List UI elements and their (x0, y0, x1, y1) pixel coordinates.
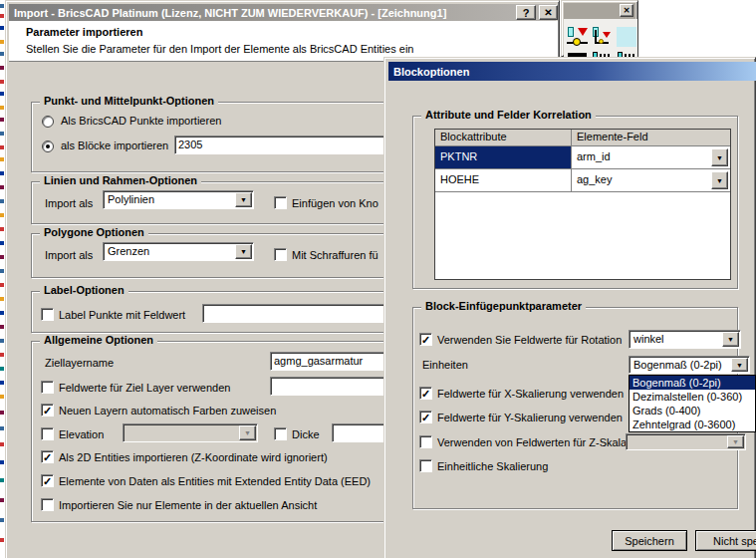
chevron-down-icon[interactable]: ▼ (711, 148, 728, 166)
map-feature-mark (0, 40, 4, 44)
nur-ansicht-checkbox[interactable] (41, 498, 54, 511)
point-block-tool-button[interactable] (567, 26, 590, 49)
rotation-select[interactable]: winkel ▼ (629, 330, 741, 349)
group-linien-title: Linien und Rahmen-Optionen (40, 174, 201, 186)
dropdown-option[interactable]: Grads (0-400) (630, 404, 755, 418)
feldwerte-ziel-checkbox[interactable] (41, 381, 54, 394)
map-feature-mark (0, 185, 4, 189)
close-icon[interactable]: ✕ (620, 4, 633, 17)
red-triangle-icon (578, 28, 588, 36)
linien-einfuegen-label[interactable]: Einfügen von Kno (292, 197, 378, 209)
map-feature-mark (0, 426, 4, 430)
y-skalierung-checkbox[interactable]: ✓ (419, 411, 432, 423)
group-polygone-title: Polygone Optionen (40, 226, 148, 238)
map-feature-mark (0, 52, 4, 56)
map-feature-mark (0, 132, 4, 136)
cyan-swatch[interactable] (617, 27, 636, 47)
nicht-speichern-button[interactable]: Nicht speichern (695, 530, 756, 551)
chevron-down-icon[interactable]: ▼ (711, 171, 728, 189)
map-feature-mark (0, 269, 4, 273)
rotation-value: winkel (633, 333, 664, 345)
z-skala-checkbox[interactable] (419, 435, 432, 448)
elevation-checkbox[interactable] (41, 427, 54, 440)
dropdown-option[interactable]: Dezimalstellen (0-360) (630, 390, 755, 404)
radio-bricscad-punkte[interactable] (42, 116, 54, 128)
linien-combo-value: Polylinien (108, 193, 154, 205)
toolbar-window: ✕ (561, 0, 638, 57)
chevron-down-icon[interactable]: ▼ (731, 358, 748, 372)
dicke-checkbox[interactable] (274, 427, 287, 440)
table-row[interactable]: PKTNR arm_id ▼ (435, 146, 730, 169)
rotation-checkbox[interactable]: ✓ (419, 333, 432, 346)
polygone-schraffuren-label[interactable]: Mit Schraffuren fü (292, 249, 378, 261)
map-feature-mark (0, 106, 4, 110)
radio-als-bloecke-label[interactable]: als Blöcke importieren (61, 140, 168, 151)
table-row[interactable]: HOEHE ag_key ▼ (435, 169, 730, 192)
help-button[interactable]: ? (516, 5, 536, 20)
rotation-label[interactable]: Verwenden Sie Feldwerte für Rotation (437, 334, 622, 346)
einheitliche-skalierung-checkbox[interactable] (419, 459, 432, 472)
als-2d-label[interactable]: Als 2D Entities importieren (Z-Koordinat… (59, 451, 328, 463)
cell-blockattribut[interactable]: HOEHE (435, 169, 572, 191)
eed-label[interactable]: Elemente von Daten als Entities mit Exte… (59, 475, 371, 487)
dropdown-option[interactable]: Zehntelgrad (0-3600) (630, 418, 755, 431)
polygone-combo-value: Grenzen (108, 245, 149, 257)
eed-checkbox[interactable]: ✓ (41, 474, 54, 487)
farben-zuweisen-checkbox[interactable]: ✓ (41, 404, 54, 417)
polygone-schraffuren-checkbox[interactable] (274, 248, 287, 261)
elevation-select: ▼ (123, 423, 258, 442)
map-feature-mark (0, 297, 4, 301)
map-feature-mark (0, 14, 4, 18)
polygone-import-als-select[interactable]: Grenzen ▼ (103, 242, 254, 261)
group-attribute-title: Attribute und Felder Korrelation (421, 109, 596, 121)
map-feature-mark (0, 381, 4, 385)
farben-zuweisen-label[interactable]: Neuen Layern automatisch Farben zuweisen (59, 405, 276, 417)
dropdown-option[interactable]: Bogenmaß (0-2pi) (630, 376, 755, 390)
cell-elemente-feld-select[interactable]: arm_id ▼ (572, 146, 730, 168)
map-feature-mark (0, 367, 4, 371)
einheiten-select[interactable]: Bogenmaß (0-2pi) ▼ (629, 356, 750, 374)
ziellayername-label: Ziellayername (45, 357, 114, 369)
cell-blockattribut[interactable]: PKTNR (435, 146, 572, 168)
x-skalierung-checkbox[interactable]: ✓ (419, 387, 432, 400)
nur-ansicht-label[interactable]: Importieren Sie nur Elemente in der aktu… (59, 499, 317, 511)
field-value: ag_key (577, 173, 612, 185)
radio-als-bloecke[interactable] (42, 140, 54, 152)
z-skala-label[interactable]: Verwenden von Feldwerten für Z-Skala (437, 436, 627, 448)
map-feature-mark (0, 92, 4, 96)
als-2d-checkbox[interactable]: ✓ (41, 450, 54, 463)
linien-import-als-label: Import als (45, 197, 93, 209)
blockoptionen-titlebar[interactable]: Blockoptionen (388, 62, 756, 81)
group-punkt-title: Punkt- und Mittelpunkt-Optionen (40, 95, 218, 107)
radio-bricscad-punkte-label[interactable]: Als BricsCAD Punkte importieren (61, 115, 221, 127)
close-icon[interactable]: ✕ (539, 5, 558, 20)
import-dialog-titlebar[interactable]: Import - BricsCAD Platinum (Lizenz, NICH… (9, 4, 556, 21)
chevron-down-icon[interactable]: ▼ (235, 244, 252, 259)
cell-elemente-feld-select[interactable]: ag_key ▼ (572, 169, 730, 191)
wizard-header: Parameter importieren Stellen Sie die Pa… (9, 21, 558, 62)
chevron-down-icon[interactable]: ▼ (722, 332, 739, 347)
linien-einfuegen-checkbox[interactable] (274, 196, 287, 209)
elevation-label[interactable]: Elevation (59, 428, 104, 440)
map-feature-mark (0, 538, 4, 542)
dicke-label[interactable]: Dicke (292, 428, 320, 440)
map-feature-mark (0, 80, 4, 84)
z-skala-select: ▼ (626, 433, 746, 450)
chevron-down-icon[interactable]: ▼ (235, 192, 252, 207)
polygone-import-als-label: Import als (45, 249, 93, 261)
block-insert-tool-button[interactable] (592, 26, 615, 49)
label-punkte-label[interactable]: Label Punkte mit Feldwert (59, 309, 185, 321)
einheitliche-skalierung-label[interactable]: Einheitliche Skalierung (437, 460, 548, 472)
map-feature-mark (0, 145, 4, 149)
chevron-down-icon: ▼ (727, 435, 744, 448)
map-feature-mark (0, 395, 4, 399)
linien-import-als-select[interactable]: Polylinien ▼ (103, 190, 254, 209)
label-punkte-checkbox[interactable] (41, 308, 54, 321)
chevron-down-icon: ▼ (239, 425, 256, 440)
speichern-button[interactable]: Speichern (612, 530, 687, 551)
feldwerte-ziel-label[interactable]: Feldwerte für Ziel Layer verwenden (59, 382, 230, 394)
x-skalierung-label[interactable]: Feldwerte für X-Skalierung verwenden (437, 388, 624, 400)
map-feature-mark (0, 171, 4, 175)
map-feature-mark (0, 66, 4, 70)
y-skalierung-label[interactable]: Feldwerte für Y-Skalierung verwenden (437, 412, 623, 423)
